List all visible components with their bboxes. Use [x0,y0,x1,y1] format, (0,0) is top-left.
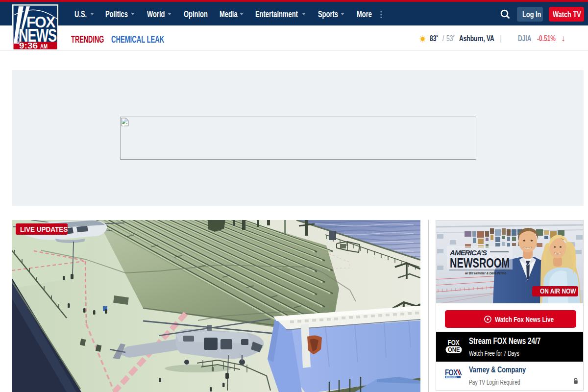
svg-text:ONE: ONE [448,346,460,353]
svg-text:FOX: FOX [448,339,460,346]
svg-text:9:36: 9:36 [19,41,38,50]
svg-text:w/ Bill Hemmer & Dana Perino: w/ Bill Hemmer & Dana Perino [465,271,506,275]
svg-text:FOX: FOX [445,368,458,377]
svg-text:NEWSROOM: NEWSROOM [450,255,510,270]
svg-text:AM: AM [40,43,48,50]
svg-text:BUSINESS: BUSINESS [446,376,457,378]
